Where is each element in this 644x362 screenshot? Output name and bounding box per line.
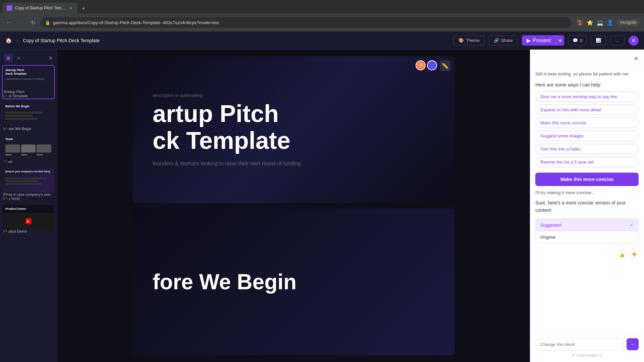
slide-3-num: 3 <box>4 159 9 163</box>
analytics-button[interactable]: 📊 <box>591 36 606 45</box>
ai-credits-display: ✦ 1,020 credits ⓘ <box>535 353 639 358</box>
slide-edit-btn[interactable]: ✏️ <box>440 60 450 71</box>
slide-thumb-3[interactable]: Team Name Name Name <box>2 135 55 165</box>
ai-panel: ✕ Still in beta testing, so please be pa… <box>530 50 644 362</box>
ai-chip-expand[interactable]: Expand on this with more detail <box>535 105 639 115</box>
sidebar-header: ⊞ ≡ ✕ <box>2 52 55 65</box>
ai-panel-footer: → ✦ 1,020 credits ⓘ <box>530 334 644 362</box>
new-tab-btn[interactable]: + <box>79 4 88 13</box>
collaborator-avatar-2: 👤 <box>427 60 437 70</box>
profile-icon[interactable]: 👤 <box>607 19 613 26</box>
browser-actions: 📵 ⭐ 💻 👤 Incognito <box>577 19 640 26</box>
list-view-btn[interactable]: ≡ <box>14 54 23 62</box>
ai-feedback-buttons: 👍 👎 <box>535 247 639 262</box>
slide-1-content: description or subheading artup Pitch ck… <box>153 93 434 166</box>
forward-btn[interactable]: → <box>16 18 25 27</box>
browser-tabs: Copy of Startup Pitch Tem… ✕ + <box>0 0 644 13</box>
slide-2-num: 2 <box>4 126 9 130</box>
back-btn[interactable]: ← <box>4 18 13 27</box>
app: 🏠 > Copy of Startup Pitch Deck Template … <box>0 32 644 362</box>
collaborator-avatar-1: 😊 <box>416 60 426 70</box>
ai-send-button[interactable]: → <box>627 338 639 350</box>
theme-button[interactable]: 🎨 Theme <box>453 36 484 45</box>
ai-chip-images[interactable]: Suggest some images <box>535 131 639 141</box>
slide-2: fore We Begin <box>132 208 454 355</box>
play-icon: ▶ <box>527 37 531 44</box>
more-options-button[interactable]: … <box>610 36 625 45</box>
comment-icon: 💬 <box>573 38 578 43</box>
theme-icon: 🎨 <box>459 38 464 43</box>
slides-canvas: 😊 👤 ✏️ description or subheading artup P… <box>57 50 530 362</box>
thumbs-down-btn[interactable]: 👎 <box>629 250 639 259</box>
ai-chip-exciting[interactable]: Give me a more exciting way to say this <box>535 92 639 102</box>
address-bar[interactable]: 🔒 gamma.app/docs/Copy-of-Startup-Pitch-D… <box>40 17 571 28</box>
ai-suggestion-chips: Give me a more exciting way to say this … <box>535 92 639 167</box>
slide-1-num: 1 <box>4 93 9 97</box>
browser-toolbar: ← → ↻ 🔒 gamma.app/docs/Copy-of-Startup-P… <box>0 13 644 32</box>
slide-1: 😊 👤 ✏️ description or subheading artup P… <box>132 56 454 203</box>
ai-help-text: Here are some ways I can help: <box>535 82 639 87</box>
check-icon: ✓ <box>630 222 634 228</box>
slide-5-num: 5 <box>4 228 9 233</box>
slide-collaborators: 😊 👤 <box>416 60 437 70</box>
ai-processing-text: I'll try making it more concise... <box>535 190 639 195</box>
active-tab[interactable]: Copy of Startup Pitch Tem… ✕ <box>3 3 77 13</box>
slide-thumb-5[interactable]: Product Demo ▶ Product Demo 5 <box>2 204 55 235</box>
ai-tab-suggested[interactable]: Suggested ✓ <box>536 219 638 231</box>
view-toggle: ⊞ ≡ <box>4 54 23 62</box>
bookmark-icon[interactable]: ⭐ <box>587 19 593 26</box>
ai-intro-text: Still in beta testing, so please be pati… <box>535 71 639 77</box>
grid-view-btn[interactable]: ⊞ <box>4 54 13 62</box>
slide-5-label: Product Demo <box>3 229 54 233</box>
slide-title-line2: ck Template <box>153 127 434 154</box>
send-icon: → <box>630 341 635 347</box>
video-play-icon: ▶ <box>25 218 32 224</box>
ai-panel-body: Still in beta testing, so please be pati… <box>530 65 644 334</box>
sidebar-close-btn[interactable]: ✕ <box>48 55 53 61</box>
ai-panel-header: ✕ <box>530 50 644 65</box>
slide-subheading: description or subheading <box>153 93 434 98</box>
ai-chip-rewrite[interactable]: Rewrite this for a 5 year old <box>535 157 639 167</box>
ai-chip-haiku[interactable]: Turn this into a haiku <box>535 144 639 154</box>
user-avatar[interactable]: U <box>629 36 639 46</box>
slide-4-label: [Drop in your company's one-liner here] <box>3 192 54 200</box>
slide-2-label: Before We Begin <box>3 127 54 131</box>
slide-2-main-title: fore We Begin <box>153 269 434 294</box>
slide-1-label: Startup PitchDeck Template <box>3 90 54 98</box>
ai-chip-concise[interactable]: Make this more concise <box>535 118 639 128</box>
breadcrumb-separator: > <box>16 38 19 43</box>
slide-3-label: Team <box>3 160 54 164</box>
comment-button[interactable]: 💬 0 <box>568 36 587 45</box>
incognito-badge: Incognito <box>617 19 640 25</box>
ai-input-field[interactable] <box>535 339 624 350</box>
slide-thumb-2[interactable]: Before We Begin Before We Begin 2 <box>2 102 55 132</box>
ai-result-text: Sure, here's a more concise version of y… <box>535 199 639 214</box>
content-area: ⊞ ≡ ✕ Startup PitchDeck Template a prese… <box>0 50 644 362</box>
share-button[interactable]: 🔗 Share <box>489 36 518 45</box>
ai-action-button[interactable]: Make this more concise <box>535 173 639 186</box>
share-icon: 🔗 <box>494 38 499 43</box>
present-dropdown-btn[interactable]: ▾ <box>556 35 564 46</box>
tab-close-btn[interactable]: ✕ <box>68 5 73 11</box>
slide-thumb-1[interactable]: Startup PitchDeck Template a presentatio… <box>2 65 55 99</box>
reload-btn[interactable]: ↻ <box>28 18 38 27</box>
present-button[interactable]: ▶ Present ▾ <box>522 35 564 46</box>
browser-chrome: Copy of Startup Pitch Tem… ✕ + ← → ↻ 🔒 g… <box>0 0 644 32</box>
slide-4-num: 4 <box>4 195 9 200</box>
thumbs-up-btn[interactable]: 👍 <box>617 250 627 259</box>
slide-1-main-title: artup Pitch ck Template <box>153 101 434 154</box>
ai-input-row: → <box>535 338 639 350</box>
ai-result-tabs: Suggested ✓ Original <box>535 219 639 243</box>
ai-tab-original[interactable]: Original <box>536 231 638 243</box>
app-header: 🏠 > Copy of Startup Pitch Deck Template … <box>0 32 644 50</box>
breadcrumb-title: Copy of Startup Pitch Deck Template <box>23 38 100 43</box>
slide-thumb-4[interactable]: [Drop in your company's one-liner here] … <box>2 168 55 202</box>
present-main[interactable]: ▶ Present <box>522 35 556 46</box>
home-breadcrumb[interactable]: 🏠 <box>5 37 12 44</box>
ai-close-btn[interactable]: ✕ <box>634 55 639 62</box>
slides-sidebar: ⊞ ≡ ✕ Startup PitchDeck Template a prese… <box>0 50 57 362</box>
camera-off-icon[interactable]: 📵 <box>577 19 583 26</box>
url-text: gamma.app/docs/Copy-of-Startup-Pitch-Dec… <box>53 20 219 25</box>
tablet-icon[interactable]: 💻 <box>597 19 603 26</box>
tab-favicon <box>7 5 12 11</box>
